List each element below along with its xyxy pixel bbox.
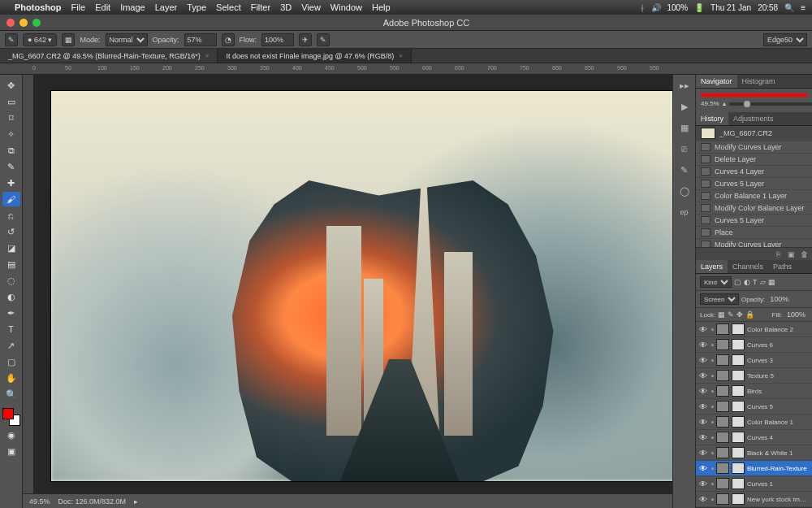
layer-thumb[interactable] bbox=[716, 354, 729, 366]
healing-tool-icon[interactable]: ✚ bbox=[2, 176, 20, 190]
layer-row[interactable]: 👁Color Balance 2 bbox=[696, 322, 812, 337]
visibility-icon[interactable]: 👁 bbox=[699, 356, 709, 365]
brush-panel-icon[interactable]: ▦ bbox=[62, 33, 75, 46]
history-brush-tool-icon[interactable]: ↺ bbox=[2, 224, 20, 239]
layer-thumb[interactable] bbox=[716, 323, 729, 335]
actions-icon[interactable]: ⎚ bbox=[677, 141, 692, 156]
move-tool-icon[interactable]: ✥ bbox=[2, 78, 20, 93]
layer-thumb[interactable] bbox=[716, 339, 729, 350]
visibility-icon[interactable]: 👁 bbox=[699, 495, 709, 504]
dodge-tool-icon[interactable]: ◐ bbox=[2, 289, 20, 304]
layer-mask-thumb[interactable] bbox=[732, 323, 745, 335]
app-menu[interactable]: Photoshop bbox=[15, 2, 61, 12]
layer-name[interactable]: Curves 1 bbox=[747, 480, 809, 488]
close-tab-icon[interactable]: × bbox=[399, 52, 403, 59]
ep-icon[interactable]: ep bbox=[677, 205, 692, 219]
layer-row[interactable]: 👁Texture 5 bbox=[696, 368, 812, 384]
layer-row[interactable]: 👁Blurred-Rain-Texture bbox=[696, 461, 812, 476]
visibility-icon[interactable]: 👁 bbox=[699, 433, 709, 442]
volume-icon[interactable]: 🔊 bbox=[651, 3, 661, 12]
layer-mask-thumb[interactable] bbox=[732, 478, 745, 489]
pressure-opacity-icon[interactable]: ◔ bbox=[222, 33, 235, 46]
layer-mask-thumb[interactable] bbox=[732, 354, 745, 366]
layer-thumb[interactable] bbox=[716, 432, 729, 443]
menu-help[interactable]: Help bbox=[372, 2, 391, 12]
tab-histogram[interactable]: Histogram bbox=[737, 75, 780, 88]
menu-file[interactable]: File bbox=[71, 2, 85, 12]
layer-mask-thumb[interactable] bbox=[732, 416, 745, 428]
layer-thumb[interactable] bbox=[716, 493, 729, 505]
history-item[interactable]: Place bbox=[696, 227, 812, 239]
menu-select[interactable]: Select bbox=[216, 2, 241, 12]
visibility-icon[interactable]: 👁 bbox=[699, 480, 709, 488]
layer-mask-thumb[interactable] bbox=[732, 385, 745, 397]
stamp-tool-icon[interactable]: ⎌ bbox=[2, 208, 20, 223]
layer-name[interactable]: Curves 3 bbox=[747, 357, 809, 364]
menu-type[interactable]: Type bbox=[187, 2, 206, 12]
layer-row[interactable]: 👁Curves 4 bbox=[696, 430, 812, 445]
layer-row[interactable]: 👁New york stock image bbox=[696, 492, 812, 507]
menubar-date[interactable]: Thu 21 Jan bbox=[710, 3, 751, 12]
menu-3d[interactable]: 3D bbox=[280, 2, 292, 12]
layer-name[interactable]: Blurred-Rain-Texture bbox=[747, 465, 809, 472]
close-window[interactable] bbox=[6, 19, 15, 27]
crop-tool-icon[interactable]: ⧉ bbox=[2, 143, 20, 158]
zoom-window[interactable] bbox=[32, 19, 41, 27]
history-source[interactable]: _MG_6607.CR2 bbox=[696, 126, 812, 141]
spotlight-icon[interactable]: 🔍 bbox=[784, 3, 794, 12]
layer-thumb[interactable] bbox=[716, 462, 729, 474]
eyedropper-tool-icon[interactable]: ✎ bbox=[2, 159, 20, 174]
screenmode-icon[interactable]: ▣ bbox=[2, 444, 20, 458]
layer-thumb[interactable] bbox=[716, 401, 729, 412]
menu-view[interactable]: View bbox=[301, 2, 321, 12]
layer-row[interactable]: 👁Color Balance 1 bbox=[696, 415, 812, 430]
layer-name[interactable]: Birds bbox=[747, 388, 809, 395]
layer-mask-thumb[interactable] bbox=[732, 447, 745, 458]
marquee-tool-icon[interactable]: ▭ bbox=[2, 94, 20, 109]
canvas-area[interactable]: 49.5% Doc: 126.0M/832.0M ▸ bbox=[23, 75, 672, 508]
brush-presets-icon[interactable]: ✎ bbox=[677, 163, 692, 177]
shape-tool-icon[interactable]: ▢ bbox=[2, 354, 20, 369]
layer-mask-thumb[interactable] bbox=[732, 401, 745, 412]
filter-adjust-icon[interactable]: ◐ bbox=[744, 278, 750, 286]
layer-mask-thumb[interactable] bbox=[732, 370, 745, 381]
tab-channels[interactable]: Channels bbox=[728, 260, 768, 273]
visibility-icon[interactable]: 👁 bbox=[699, 341, 709, 350]
history-item[interactable]: Color Balance 1 Layer bbox=[696, 190, 812, 202]
visibility-icon[interactable]: 👁 bbox=[699, 449, 709, 458]
layer-row[interactable]: 👁Curves 1 bbox=[696, 476, 812, 492]
visibility-icon[interactable]: 👁 bbox=[699, 371, 709, 380]
history-item[interactable]: Modify Curves Layer bbox=[696, 141, 812, 154]
layer-mask-thumb[interactable] bbox=[732, 462, 745, 474]
tool-preset-icon[interactable]: ✎ bbox=[5, 33, 18, 46]
blend-mode-select[interactable]: Normal bbox=[106, 33, 148, 46]
airbrush-icon[interactable]: ✈ bbox=[299, 33, 312, 46]
layer-name[interactable]: Curves 5 bbox=[747, 403, 809, 410]
visibility-icon[interactable]: 👁 bbox=[699, 402, 709, 411]
ruler-horizontal[interactable]: 0501001502002503003504004505005506006507… bbox=[0, 63, 812, 75]
color-swatches[interactable] bbox=[2, 408, 20, 426]
filter-pixel-icon[interactable]: ▢ bbox=[734, 278, 741, 286]
document-canvas[interactable] bbox=[51, 91, 672, 481]
close-tab-icon[interactable]: × bbox=[205, 52, 209, 59]
tab-layers[interactable]: Layers bbox=[696, 260, 728, 273]
play-icon[interactable]: ▶ bbox=[677, 99, 692, 114]
fill-value[interactable]: 100% bbox=[784, 310, 808, 319]
layer-blend-mode[interactable]: Screen bbox=[700, 293, 739, 305]
quickmask-icon[interactable]: ◉ bbox=[2, 428, 20, 442]
layer-thumb[interactable] bbox=[716, 370, 729, 381]
layer-row[interactable]: 👁Birds bbox=[696, 384, 812, 399]
filter-type-icon[interactable]: T bbox=[753, 278, 758, 286]
blur-tool-icon[interactable]: ◌ bbox=[2, 273, 20, 288]
lasso-tool-icon[interactable]: ⌑ bbox=[2, 111, 20, 125]
layer-opacity-value[interactable]: 100% bbox=[767, 295, 791, 303]
brush-tool-icon[interactable]: 🖌 bbox=[2, 192, 20, 206]
layer-name[interactable]: Black & White 1 bbox=[747, 449, 809, 457]
nav-zoom-slider[interactable] bbox=[729, 102, 812, 106]
wifi-icon[interactable]: ⟊ bbox=[640, 3, 645, 12]
pressure-size-icon[interactable]: ✎ bbox=[317, 33, 330, 46]
filter-shape-icon[interactable]: ▱ bbox=[760, 278, 766, 286]
layer-name[interactable]: Curves 4 bbox=[747, 434, 809, 441]
filter-smart-icon[interactable]: ▦ bbox=[768, 278, 775, 286]
layer-name[interactable]: Color Balance 2 bbox=[747, 326, 809, 333]
